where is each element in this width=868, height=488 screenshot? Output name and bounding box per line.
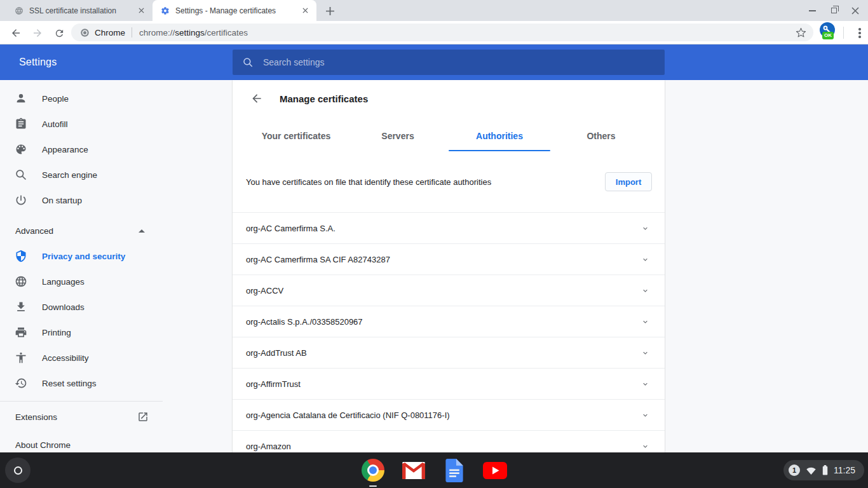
battery-icon bbox=[822, 465, 828, 475]
tab-title: Settings - Manage certificates bbox=[175, 6, 295, 15]
youtube-app-button[interactable] bbox=[483, 458, 507, 482]
sidebar-item-label: Privacy and security bbox=[42, 252, 125, 261]
printer-icon bbox=[15, 326, 27, 339]
minimize-icon[interactable] bbox=[807, 6, 817, 16]
browser-tab-settings[interactable]: Settings - Manage certificates bbox=[153, 0, 316, 21]
certificate-row[interactable]: org-ACCV bbox=[233, 274, 665, 306]
bookmark-star-icon[interactable] bbox=[794, 26, 807, 39]
authorities-info-row: You have certificates on file that ident… bbox=[233, 151, 665, 212]
sidebar-item-accessibility[interactable]: Accessibility bbox=[0, 345, 163, 370]
tab-your-certificates[interactable]: Your certificates bbox=[245, 121, 347, 151]
sidebar-item-reset[interactable]: Reset settings bbox=[0, 370, 163, 396]
chrome-app-button[interactable] bbox=[361, 458, 385, 482]
chevron-down-icon[interactable] bbox=[641, 318, 649, 326]
clock: 11:25 bbox=[834, 465, 855, 475]
reload-icon[interactable] bbox=[51, 25, 67, 41]
tab-servers[interactable]: Servers bbox=[347, 121, 449, 151]
sidebar-item-downloads[interactable]: Downloads bbox=[0, 294, 163, 320]
search-settings-input[interactable]: Search settings bbox=[233, 50, 665, 75]
site-label: Chrome bbox=[95, 28, 125, 37]
clipboard-icon bbox=[15, 118, 27, 130]
youtube-icon bbox=[483, 462, 507, 479]
chevron-down-icon[interactable] bbox=[641, 287, 649, 295]
sidebar-item-privacy[interactable]: Privacy and security bbox=[0, 243, 163, 269]
sidebar-item-on-startup[interactable]: On startup bbox=[0, 187, 163, 213]
chromeos-shelf: 1 11:25 bbox=[0, 452, 868, 488]
sidebar-item-label: People bbox=[42, 94, 69, 104]
restore-window-icon[interactable] bbox=[829, 6, 839, 16]
tab-others[interactable]: Others bbox=[550, 121, 652, 151]
sidebar-item-label: Search engine bbox=[42, 170, 97, 180]
chevron-down-icon[interactable] bbox=[641, 380, 649, 388]
notification-count-badge: 1 bbox=[789, 464, 800, 476]
search-icon bbox=[15, 168, 27, 181]
certificate-row[interactable]: org-AffirmTrust bbox=[233, 368, 665, 399]
certificate-row[interactable]: org-Amazon bbox=[233, 430, 665, 452]
status-tray[interactable]: 1 11:25 bbox=[783, 460, 864, 480]
browser-tab-ssl[interactable]: SSL certificate installation bbox=[6, 0, 153, 21]
certificate-tabs: Your certificates Servers Authorities Ot… bbox=[245, 121, 652, 151]
docs-app-button[interactable] bbox=[442, 458, 466, 482]
import-button[interactable]: Import bbox=[605, 172, 652, 191]
sidebar-item-extensions[interactable]: Extensions bbox=[0, 404, 163, 430]
toolbar-separator bbox=[843, 27, 844, 39]
launcher-button[interactable] bbox=[5, 458, 31, 483]
sidebar-item-search-engine[interactable]: Search engine bbox=[0, 162, 163, 187]
sidebar-item-label: Downloads bbox=[42, 302, 85, 312]
tab-authorities[interactable]: Authorities bbox=[449, 121, 550, 151]
globe-icon bbox=[15, 275, 27, 288]
back-icon[interactable] bbox=[8, 25, 24, 41]
chrome-logo-icon bbox=[80, 28, 90, 37]
chevron-down-icon[interactable] bbox=[641, 224, 649, 233]
browser-menu-icon[interactable] bbox=[851, 25, 868, 41]
about-label: About Chrome bbox=[15, 440, 71, 450]
status-badge: OK bbox=[822, 32, 834, 39]
window-controls bbox=[807, 0, 868, 21]
omnibox-separator bbox=[132, 27, 132, 37]
chevron-down-icon[interactable] bbox=[641, 411, 649, 419]
sidebar-item-label: Reset settings bbox=[42, 379, 97, 388]
certificate-row[interactable]: org-Actalis S.p.A./03358520967 bbox=[233, 306, 665, 337]
sidebar-item-appearance[interactable]: Appearance bbox=[0, 137, 163, 162]
url-text: chrome://settings/certificates bbox=[139, 28, 248, 37]
gmail-app-button[interactable] bbox=[402, 458, 426, 482]
accessibility-icon bbox=[15, 351, 27, 364]
certificate-row[interactable]: org-AC Camerfirma S.A. bbox=[233, 212, 665, 243]
tab-close-icon[interactable] bbox=[136, 6, 146, 16]
chevron-down-icon[interactable] bbox=[641, 255, 649, 264]
search-placeholder: Search settings bbox=[263, 57, 325, 67]
page-title: Settings bbox=[19, 44, 57, 80]
sidebar-advanced-toggle[interactable]: Advanced bbox=[0, 218, 163, 243]
sidebar-item-people[interactable]: People bbox=[0, 86, 163, 111]
chevron-down-icon[interactable] bbox=[641, 349, 649, 357]
sidebar-item-autofill[interactable]: Autofill bbox=[0, 111, 163, 137]
forward-icon[interactable] bbox=[29, 25, 46, 41]
certificate-row[interactable]: org-Agencia Catalana de Certificacio (NI… bbox=[233, 399, 665, 430]
docs-icon bbox=[445, 459, 463, 482]
sidebar-item-label: Appearance bbox=[42, 145, 88, 154]
sidebar-item-languages[interactable]: Languages bbox=[0, 269, 163, 294]
caret-up-icon bbox=[139, 229, 145, 233]
external-link-icon bbox=[137, 411, 149, 423]
address-bar[interactable]: Chrome chrome://settings/certificates bbox=[71, 24, 813, 41]
new-tab-icon[interactable] bbox=[323, 4, 337, 18]
settings-sidebar: People Autofill Appearance Search engine bbox=[0, 80, 163, 458]
tab-close-icon[interactable] bbox=[300, 6, 310, 16]
sidebar-item-printing[interactable]: Printing bbox=[0, 320, 163, 345]
certificate-row[interactable]: org-AC Camerfirma SA CIF A82743287 bbox=[233, 243, 665, 274]
gear-favicon-icon bbox=[160, 6, 170, 16]
certificate-row[interactable]: org-AddTrust AB bbox=[233, 337, 665, 368]
sidebar-item-label: Printing bbox=[42, 328, 71, 337]
screen: SSL certificate installation Settings - … bbox=[0, 0, 868, 488]
profile-avatar[interactable]: OK bbox=[820, 22, 839, 43]
manage-certificates-card: Manage certificates Your certificates Se… bbox=[233, 80, 665, 452]
browser-toolbar: Chrome chrome://settings/certificates OK bbox=[0, 21, 868, 44]
certificate-list: org-AC Camerfirma S.A. org-AC Camerfirma… bbox=[233, 212, 665, 452]
chrome-icon bbox=[362, 459, 384, 482]
download-icon bbox=[15, 301, 27, 313]
card-header: Manage certificates bbox=[233, 80, 665, 117]
back-arrow-icon[interactable] bbox=[250, 92, 263, 105]
shield-icon bbox=[15, 250, 27, 262]
close-window-icon[interactable] bbox=[850, 6, 860, 16]
chevron-down-icon[interactable] bbox=[641, 442, 649, 451]
